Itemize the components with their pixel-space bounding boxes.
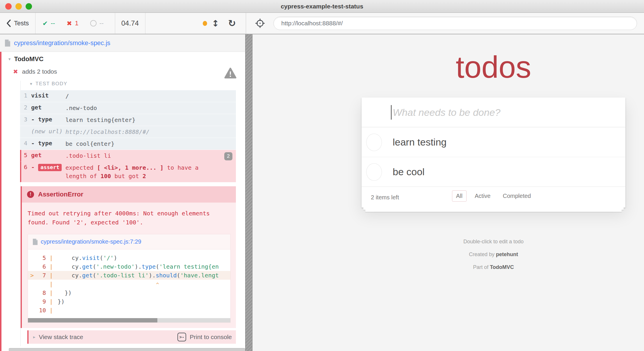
pending-count: -- — [99, 20, 104, 27]
panel-resize-handle[interactable] — [245, 34, 252, 351]
print-to-console-button[interactable]: >- Print to console — [177, 333, 232, 341]
view-stack-trace-label: View stack trace — [39, 334, 83, 341]
filter-completed[interactable]: Completed — [499, 190, 535, 202]
file-icon — [5, 40, 10, 47]
todo-toggle-checkbox[interactable] — [366, 163, 382, 181]
credit-link[interactable]: TodoMVC — [490, 264, 514, 270]
check-icon: ✔ — [42, 20, 48, 27]
message-part: 2 — [143, 173, 146, 180]
command-row[interactable]: 1visit/ — [20, 90, 236, 102]
command-name: get — [31, 104, 65, 111]
crosshair-icon — [255, 18, 265, 29]
code-token: cy. — [58, 272, 82, 279]
todo-item[interactable]: learn testing — [362, 127, 625, 157]
toolbar-separator — [246, 13, 246, 34]
gutter-pipe: | — [49, 288, 58, 297]
todo-item[interactable]: be cool — [362, 157, 625, 187]
gutter-pipe: | — [49, 271, 58, 280]
scrollbar-thumb[interactable] — [28, 318, 157, 322]
new-todo-input[interactable]: What needs to be done? — [362, 98, 625, 127]
command-row[interactable]: 3- typelearn testing{enter} — [20, 114, 236, 126]
zoom-window-button[interactable] — [26, 3, 32, 10]
selector-playground-button[interactable] — [255, 13, 265, 34]
suite-row[interactable]: ▾ TodoMVC — [8, 55, 245, 63]
back-to-tests-button[interactable]: Tests — [6, 13, 29, 34]
code-horizontal-scrollbar[interactable] — [28, 318, 230, 322]
code-token: ^ — [156, 282, 159, 287]
command-message: .new-todo — [65, 104, 236, 112]
suite-title: TodoMVC — [14, 55, 44, 63]
line-number: 9 — [36, 297, 49, 306]
reporter-horizontal-scrollbar[interactable] — [9, 348, 245, 351]
code-token — [58, 281, 156, 288]
pending-stat: -- — [90, 20, 104, 27]
code-text: cy.get('.todo-list li').should('have.len… — [58, 271, 219, 280]
command-row[interactable]: 4- typebe cool{enter} — [20, 138, 236, 150]
code-token: '/' — [103, 254, 114, 261]
message-part: expected — [65, 164, 97, 171]
command-row[interactable]: 6- assertexpected [ <li>, 1 more... ] to… — [20, 162, 236, 182]
text-cursor — [391, 105, 392, 120]
passed-stat: ✔ -- — [42, 20, 55, 27]
filter-all[interactable]: All — [452, 190, 467, 202]
filter-active[interactable]: Active — [471, 190, 494, 202]
refresh-icon: ↻ — [228, 18, 236, 29]
code-token: ) — [114, 254, 117, 261]
code-frame-file-link[interactable]: cypress/integration/smoke-spec.js:7:29 — [41, 238, 141, 245]
traffic-lights — [5, 3, 32, 10]
error-footer-bar: ▸ View stack trace >- Print to console — [27, 330, 236, 344]
assertion-error-block: ! AssertionError Timed out retrying afte… — [21, 186, 236, 328]
assert-badge: assert — [38, 164, 62, 171]
code-text: }) — [58, 288, 72, 297]
command-message: learn testing{enter} — [65, 116, 236, 124]
line-number: 8 — [36, 288, 49, 297]
error-title: AssertionError — [38, 191, 83, 198]
line-number: 7 — [36, 271, 49, 280]
refresh-button[interactable]: ↻ — [228, 13, 236, 34]
command-row[interactable]: 5get.todo-list li2 — [20, 150, 236, 162]
filter-list: AllActiveCompleted — [362, 190, 625, 202]
code-line: 5| cy.visit('/') — [28, 254, 230, 262]
command-row[interactable]: 2get.new-todo — [20, 102, 236, 114]
code-token: ). — [135, 263, 142, 270]
test-body-header[interactable]: ▾ TEST BODY — [30, 81, 245, 87]
test-stats: ✔ -- ✖ 1 -- — [42, 13, 115, 34]
command-message: expected [ <li>, 1 more... ] to have a l… — [65, 164, 211, 180]
element-count-badge: 2 — [224, 152, 232, 160]
test-timer: 04.74 — [115, 13, 145, 34]
code-token: }) — [58, 289, 72, 296]
command-row[interactable]: (new url)http://localhost:8888/#/ — [20, 126, 236, 138]
credit-link[interactable]: petehunt — [496, 251, 518, 257]
view-stack-trace-button[interactable]: ▸ View stack trace — [33, 334, 83, 341]
test-attempt: ▾ TEST BODY 1visit/2get.new-todo3- typel… — [20, 81, 245, 346]
command-number: 4 — [20, 140, 31, 147]
todo-toggle-checkbox[interactable] — [366, 134, 382, 151]
x-icon: ✖ — [67, 20, 72, 27]
viewport-indicator: ↕ — [203, 13, 219, 34]
reporter-panel: ▾ TodoMVC ✖ adds 2 todos ▾ TEST BODY 1vi… — [0, 52, 245, 351]
close-window-button[interactable] — [5, 3, 12, 10]
code-line: 8| }) — [28, 288, 230, 297]
todos-app-title: todos — [362, 49, 625, 85]
line-number: 10 — [36, 306, 49, 315]
command-name: - assert — [31, 164, 65, 171]
minimize-window-button[interactable] — [15, 3, 22, 10]
test-row[interactable]: ✖ adds 2 todos — [13, 68, 245, 75]
back-chevron-icon — [6, 20, 11, 27]
code-token: ( — [92, 263, 96, 270]
url-input[interactable]: http://localhost:8888/#/ — [273, 17, 637, 30]
code-token: ( — [92, 272, 96, 279]
window-titlebar: cypress-example-test-status — [0, 0, 644, 13]
code-token: ( — [156, 263, 159, 270]
command-name: (new url) — [31, 128, 65, 135]
code-token: ( — [177, 272, 180, 279]
credit-line: Part of TodoMVC — [362, 264, 625, 271]
command-name: get — [31, 152, 65, 159]
code-line: 6| cy.get('.new-todo').type('learn testi… — [28, 262, 230, 271]
code-token: '.new-todo' — [96, 263, 135, 270]
spec-file-link[interactable]: cypress/integration/smoke-spec.js — [14, 39, 110, 47]
test-title: adds 2 todos — [22, 68, 57, 75]
code-token: cy. — [58, 254, 82, 261]
test-failed-x-icon: ✖ — [13, 68, 18, 75]
command-name: - type — [31, 116, 65, 123]
